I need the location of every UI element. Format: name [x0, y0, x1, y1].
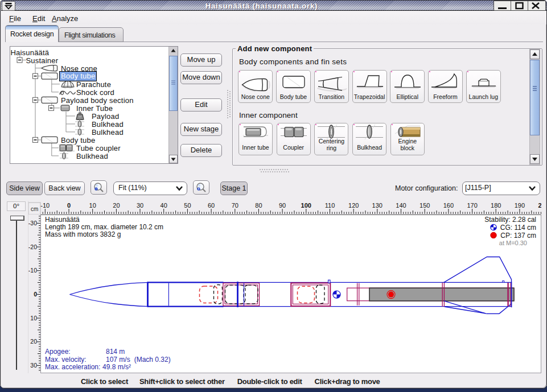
svg-text:20: 20 — [30, 338, 37, 345]
svg-text:130: 130 — [372, 202, 383, 209]
svg-text:Max. velocity:: Max. velocity: — [45, 356, 87, 364]
svg-text:cm: cm — [31, 206, 38, 212]
svg-text:120: 120 — [348, 202, 359, 209]
svg-text:30: 30 — [30, 362, 37, 369]
svg-text:100: 100 — [301, 202, 311, 209]
svg-text:30: 30 — [137, 202, 143, 209]
svg-text:70: 70 — [232, 202, 238, 209]
svg-text:0: 0 — [34, 291, 37, 298]
svg-text:10: 10 — [30, 315, 37, 321]
svg-text:10: 10 — [89, 202, 96, 209]
svg-text:20: 20 — [113, 202, 120, 209]
svg-text:at M=0.30: at M=0.30 — [499, 240, 527, 246]
svg-text:49.8 m/s²: 49.8 m/s² — [102, 363, 131, 371]
svg-text:90: 90 — [279, 202, 286, 209]
svg-text:140: 140 — [396, 202, 406, 209]
svg-text:Mass with motors 3832 g: Mass with motors 3832 g — [45, 230, 121, 238]
svg-text:-10: -10 — [40, 202, 50, 209]
svg-text:60: 60 — [208, 202, 215, 209]
svg-text:80: 80 — [255, 202, 262, 209]
svg-text:107 m/s(Mach 0.32): 107 m/s(Mach 0.32) — [106, 356, 171, 364]
svg-text:Length 189 cm, max. diameter 1: Length 189 cm, max. diameter 10.2 cm — [45, 223, 163, 231]
svg-text:Stability: 2.28 cal: Stability: 2.28 cal — [484, 216, 536, 224]
svg-text:814 m: 814 m — [106, 348, 125, 356]
svg-text:Haisunäätä: Haisunäätä — [45, 216, 80, 224]
svg-text:-20: -20 — [28, 244, 37, 250]
svg-text:40: 40 — [161, 202, 167, 209]
svg-text:CP: 137 cm: CP: 137 cm — [500, 232, 536, 240]
svg-text:170: 170 — [467, 202, 477, 209]
svg-text:150: 150 — [419, 202, 430, 209]
svg-text:110: 110 — [325, 202, 335, 209]
svg-text:-30: -30 — [28, 220, 37, 226]
svg-text:200: 200 — [538, 202, 541, 209]
svg-text:0: 0 — [67, 202, 71, 209]
svg-text:Apogee:: Apogee: — [45, 348, 71, 356]
svg-text:190: 190 — [515, 202, 525, 209]
svg-text:50: 50 — [184, 202, 191, 209]
svg-text:160: 160 — [443, 202, 454, 209]
svg-text:180: 180 — [491, 202, 501, 209]
svg-text:CG: 114 cm: CG: 114 cm — [500, 224, 536, 232]
svg-text:-10: -10 — [28, 267, 37, 274]
svg-text:Max. acceleration:: Max. acceleration: — [45, 363, 100, 371]
